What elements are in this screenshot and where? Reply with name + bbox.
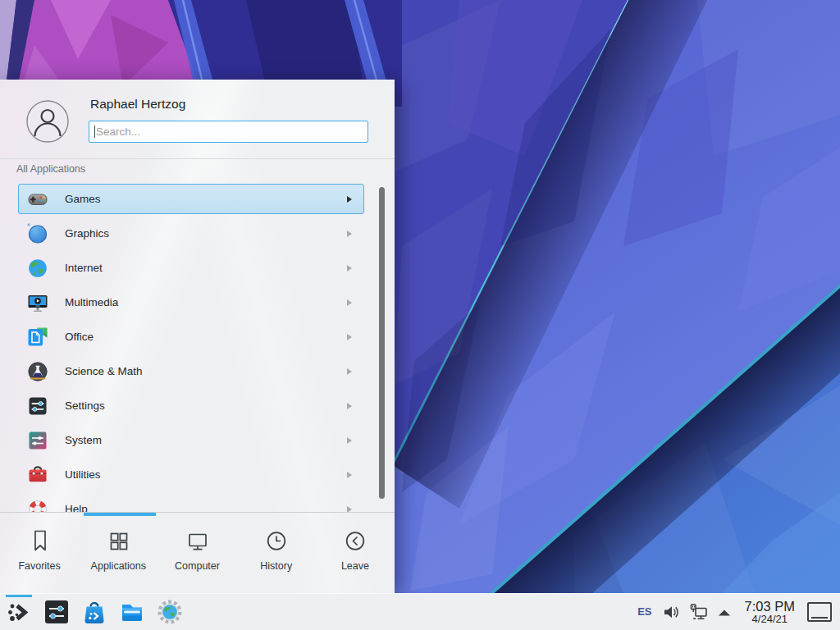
file-manager-taskbar-button[interactable] [119,599,145,625]
gamepad-icon [27,189,48,210]
clock-time: 7:03 PM [745,600,795,614]
chevron-right-icon [347,334,352,340]
chevron-right-icon [347,472,352,478]
system-sliders-icon [27,430,48,451]
taskbar-left [0,599,183,625]
category-list: Games Graphics Internet [0,184,395,512]
media-monitor-icon [27,292,48,313]
chevron-right-icon [347,506,352,513]
category-item-science-math[interactable]: Science & Math [18,356,364,386]
tab-favorites[interactable]: Favorites [0,513,79,593]
user-avatar[interactable] [26,100,69,143]
tab-leave[interactable]: Leave [316,513,395,593]
category-label: Multimedia [65,296,347,308]
web-browser-taskbar-button[interactable] [157,599,183,625]
keyboard-layout-indicator[interactable]: ES [635,605,654,618]
paint-sphere-icon [27,223,48,244]
lifebuoy-icon [27,499,48,513]
sliders-icon [27,395,48,417]
wired-network-icon[interactable] [689,602,709,622]
tab-label: Leave [341,560,369,572]
digital-clock[interactable]: 7:03 PM 4/24/21 [740,600,800,625]
category-label: Utilities [65,468,347,481]
category-label: Internet [65,262,347,274]
tab-applications[interactable]: Applications [79,513,158,593]
section-label: All Applications [16,163,85,175]
category-label: Graphics [65,227,347,240]
category-item-multimedia[interactable]: Multimedia [18,287,364,317]
tab-label: Applications [91,560,146,572]
clock-icon [264,528,289,553]
web-browser-icon [157,599,183,625]
chevron-right-icon [347,231,352,237]
monitor-icon [185,528,210,553]
chevron-right-icon [347,265,352,272]
flask-icon [27,361,48,382]
tab-history[interactable]: History [237,513,316,593]
category-label: System [65,434,347,446]
category-item-graphics[interactable]: Graphics [18,218,364,249]
category-item-games[interactable]: Games [18,184,364,214]
volume-icon[interactable] [662,602,682,622]
user-name: Raphael Hertzog [90,97,185,112]
show-desktop-button[interactable] [807,602,832,622]
search-box [89,121,368,143]
launcher-tab-bar: Favorites Applications Computer His [0,512,395,593]
category-item-help[interactable]: Help [18,494,364,512]
document-icon [27,326,48,348]
category-label: Help [65,503,347,512]
expand-tray-arrow-icon[interactable] [716,607,733,617]
discover-taskbar-button[interactable] [81,599,107,625]
leave-icon [343,528,368,553]
category-item-settings[interactable]: Settings [18,390,364,421]
header-separator [0,158,395,159]
category-label: Office [65,331,347,343]
application-launcher-button[interactable] [6,599,32,625]
toolbox-icon [27,464,48,486]
taskbar: ES 7:03 PM 4/24/21 [0,593,840,630]
active-task-indicator [6,595,32,597]
category-item-utilities[interactable]: Utilities [18,459,364,490]
system-settings-icon [43,599,70,625]
clock-date: 4/24/21 [752,614,788,625]
system-tray: ES 7:03 PM 4/24/21 [635,600,840,625]
category-label: Games [65,193,347,205]
discover-icon [81,599,107,625]
category-item-internet[interactable]: Internet [18,253,364,283]
grid-icon [106,528,130,553]
tab-label: History [260,560,292,572]
active-tab-indicator [84,513,156,516]
file-manager-icon [119,599,145,625]
bookmark-icon [27,528,52,553]
chevron-right-icon [347,368,352,375]
category-item-system[interactable]: System [18,425,364,455]
tab-computer[interactable]: Computer [158,513,236,593]
globe-icon [27,258,48,279]
system-settings-taskbar-button[interactable] [43,599,70,625]
search-input[interactable] [89,121,368,142]
category-item-office[interactable]: Office [18,322,364,352]
chevron-right-icon [347,437,352,444]
chevron-right-icon [347,299,352,306]
category-label: Settings [65,399,347,412]
list-scrollbar[interactable] [379,187,385,499]
application-launcher-panel: Raphael Hertzog All Applications Games [0,80,395,593]
tab-label: Favorites [18,560,60,572]
tab-label: Computer [175,560,220,572]
category-label: Science & Math [65,365,347,377]
chevron-right-icon [347,403,352,409]
kde-plasma-logo-icon [6,599,32,625]
chevron-right-icon [347,196,352,203]
